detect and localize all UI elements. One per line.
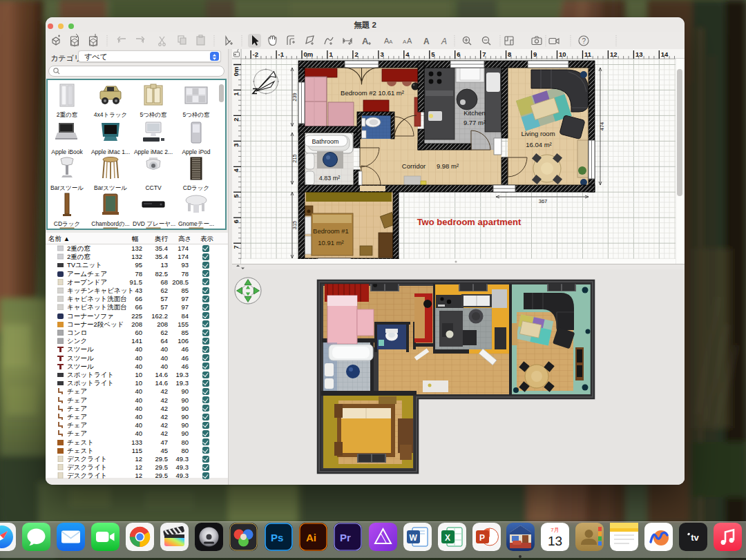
svg-text:X: X (445, 533, 450, 543)
svg-text:315: 315 (291, 221, 298, 230)
svg-text:16.04 m²: 16.04 m² (526, 141, 552, 148)
svg-text:474: 474 (599, 122, 605, 131)
svg-text:6: 6 (457, 50, 460, 58)
svg-text:Ps: Ps (271, 532, 283, 543)
svg-text:Corridor: Corridor (402, 162, 425, 170)
svg-text:0m: 0m (304, 50, 314, 58)
svg-text:tv: tv (691, 532, 699, 543)
svg-text:9: 9 (533, 50, 537, 58)
svg-text:8: 8 (508, 50, 511, 58)
svg-text:12: 12 (610, 50, 618, 58)
svg-text:Bedroom #1: Bedroom #1 (313, 227, 349, 235)
svg-text:Pr: Pr (340, 532, 351, 543)
svg-text:2: 2 (354, 50, 358, 58)
svg-text:Ai: Ai (306, 532, 316, 543)
svg-text:367: 367 (539, 198, 548, 204)
svg-text:215: 215 (291, 154, 298, 163)
svg-text:-2: -2 (253, 50, 258, 58)
svg-text:239: 239 (291, 93, 298, 102)
svg-text:Bathroom: Bathroom (312, 138, 338, 145)
svg-text:P: P (479, 533, 485, 543)
svg-text:A: A (389, 39, 393, 45)
svg-text:9.77 m²: 9.77 m² (463, 119, 486, 126)
svg-text:A: A (362, 36, 369, 46)
svg-text:10.91 m²: 10.91 m² (318, 239, 344, 247)
svg-text:13: 13 (547, 534, 562, 548)
svg-text:11: 11 (584, 50, 592, 58)
svg-text:A: A (441, 37, 447, 46)
svg-text:Two bedroom apartment: Two bedroom apartment (417, 217, 522, 227)
svg-text:Bedroom #2 10.61 m²: Bedroom #2 10.61 m² (341, 89, 404, 97)
svg-text:4.83 m²: 4.83 m² (319, 175, 341, 182)
svg-text:Living room: Living room (521, 130, 555, 137)
svg-text:9.98 m²: 9.98 m² (437, 162, 459, 170)
svg-text:Kitchen: Kitchen (463, 109, 486, 117)
svg-text:?: ? (582, 37, 586, 45)
svg-text:10: 10 (559, 50, 566, 58)
svg-text:13: 13 (635, 50, 643, 58)
svg-text:A: A (407, 37, 412, 45)
svg-text:7月: 7月 (551, 527, 559, 533)
svg-text:W: W (409, 533, 417, 543)
svg-text:14: 14 (661, 50, 669, 58)
svg-text:A: A (423, 37, 430, 46)
